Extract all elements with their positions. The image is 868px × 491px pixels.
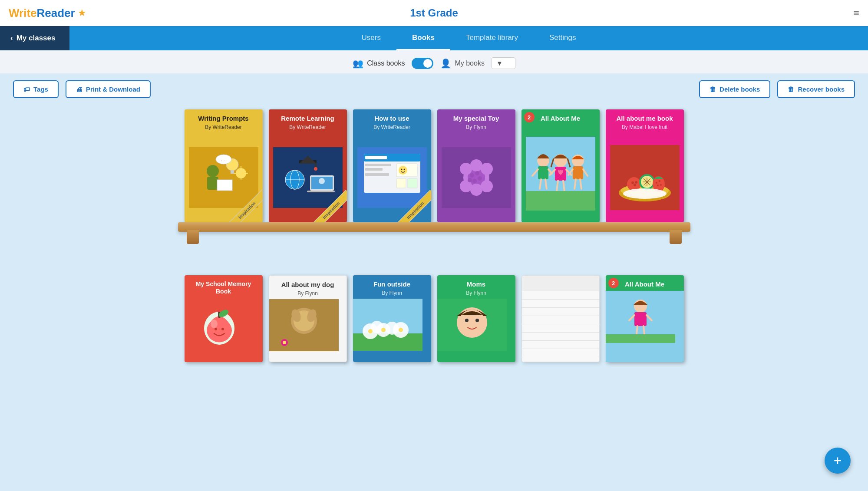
svg-rect-54: [538, 166, 548, 179]
book-all-about-me-2[interactable]: 2 All About Me: [606, 275, 684, 362]
svg-rect-31: [365, 173, 389, 176]
shelf-bracket-right: [670, 230, 682, 244]
svg-point-51: [468, 178, 472, 182]
svg-point-98: [215, 328, 217, 330]
book-top: How to use By WriteReader: [353, 109, 431, 133]
trash-icon: 🗑: [710, 86, 716, 93]
tab-settings[interactable]: Settings: [534, 26, 591, 50]
navbar: ‹ My classes Users Books Template librar…: [0, 26, 868, 50]
badge-2-shelf2: 2: [608, 278, 619, 288]
book-image: Inspiration: [269, 133, 347, 222]
book-all-about-me-1[interactable]: 2 All About Me: [521, 109, 600, 222]
person-icon: 👤: [440, 58, 451, 69]
svg-point-42: [470, 159, 482, 171]
svg-rect-68: [573, 166, 583, 179]
books-row-2: My School Memory Book: [174, 275, 695, 362]
book-writing-prompts[interactable]: Writing Prompts By WriteReader: [185, 109, 263, 222]
svg-point-41: [460, 163, 472, 175]
svg-point-37: [403, 169, 405, 170]
svg-point-50: [472, 179, 477, 183]
hamburger-icon[interactable]: ≡: [853, 7, 859, 19]
svg-point-99: [221, 328, 224, 330]
header: WriteReader ★ 1st Grade ≡: [0, 0, 868, 26]
badge-2: 2: [524, 112, 535, 122]
shelf-wrapper-1: Writing Prompts By WriteReader: [174, 109, 695, 232]
bookshelf-1: [178, 222, 690, 232]
svg-rect-30: [365, 168, 383, 171]
svg-rect-28: [365, 156, 387, 159]
svg-point-78: [634, 184, 636, 186]
svg-point-115: [368, 329, 373, 333]
svg-point-123: [475, 319, 479, 322]
svg-point-17: [314, 167, 317, 171]
section-gap: [0, 245, 868, 271]
svg-point-88: [656, 182, 657, 184]
print-download-button[interactable]: 🖨 Print & Download: [66, 80, 151, 98]
print-icon: 🖨: [76, 86, 83, 93]
toggle-knob: [423, 59, 432, 68]
tags-button[interactable]: 🏷 Tags: [13, 80, 59, 98]
class-books-label: 👥 Class books: [353, 58, 405, 69]
shelf-wrapper-2: My School Memory Book: [174, 275, 695, 362]
book-top: All about me book By Mabel I love fruit: [606, 109, 684, 133]
svg-rect-109: [353, 333, 422, 351]
book-moms[interactable]: Moms By Flynn: [437, 275, 515, 362]
svg-text:...: ...: [221, 157, 225, 162]
books-row-1: Writing Prompts By WriteReader: [174, 109, 695, 222]
book-all-about-me-book[interactable]: All about me book By Mabel I love fruit: [606, 109, 684, 222]
svg-point-92: [623, 188, 667, 199]
view-toggle[interactable]: [412, 58, 433, 69]
nav-myclasses[interactable]: ‹ My classes: [0, 26, 69, 50]
svg-rect-131: [606, 334, 675, 343]
book-image: [521, 125, 600, 222]
svg-point-122: [465, 319, 469, 322]
svg-point-49: [478, 176, 482, 181]
svg-rect-29: [365, 164, 391, 166]
tab-books[interactable]: Books: [396, 26, 450, 50]
svg-point-8: [236, 168, 246, 178]
shelf-section-2: My School Memory Book: [0, 271, 868, 375]
tab-users[interactable]: Users: [346, 26, 396, 50]
svg-point-47: [470, 173, 474, 178]
svg-point-90: [657, 185, 659, 186]
svg-point-43: [481, 163, 493, 175]
recover-books-button[interactable]: 🗑 Recover books: [777, 80, 855, 98]
toggle-row: 👥 Class books 👤 My books ▼: [0, 50, 868, 73]
svg-rect-73: [526, 191, 595, 211]
shelf-bracket-left: [187, 230, 199, 244]
tab-template-library[interactable]: Template library: [450, 26, 534, 50]
svg-point-79: [631, 181, 634, 184]
book-how-to-use[interactable]: How to use By WriteReader: [353, 109, 431, 222]
plus-icon: +: [834, 453, 842, 469]
tag-icon: 🏷: [23, 86, 30, 93]
book-image: Inspiration: [353, 133, 431, 222]
my-books-dropdown[interactable]: ▼: [492, 57, 515, 69]
book-image: [606, 133, 684, 222]
svg-point-36: [401, 169, 402, 170]
logo-write: Write: [9, 7, 37, 20]
svg-point-95: [211, 320, 218, 328]
svg-point-80: [635, 181, 637, 184]
svg-point-44: [481, 180, 493, 192]
svg-point-45: [470, 184, 482, 196]
book-blank[interactable]: [521, 275, 600, 362]
book-top: Writing Prompts By WriteReader: [185, 109, 263, 133]
page-title: 1st Grade: [410, 7, 458, 19]
shelf-section-1: Writing Prompts By WriteReader: [0, 105, 868, 245]
svg-rect-5: [231, 170, 234, 174]
recover-icon: 🗑: [788, 86, 794, 93]
fab-add-button[interactable]: +: [825, 448, 851, 474]
logo-star-icon: ★: [78, 7, 86, 19]
book-remote-learning[interactable]: Remote Learning By WriteReader: [269, 109, 347, 222]
myclasses-label: My classes: [17, 34, 56, 43]
logo: WriteReader ★: [9, 7, 86, 20]
book-my-special-toy[interactable]: My special Toy By Flynn: [437, 109, 515, 222]
book-my-school-memory[interactable]: My School Memory Book: [185, 275, 263, 362]
svg-point-35: [399, 166, 407, 175]
book-all-about-my-dog[interactable]: All about my dog By Flynn: [269, 275, 347, 362]
svg-point-89: [659, 180, 660, 182]
book-fun-outside[interactable]: Fun outside By Flynn: [353, 275, 431, 362]
book-top: My special Toy By Flynn: [437, 109, 515, 133]
delete-books-button[interactable]: 🗑 Delete books: [699, 80, 770, 98]
group-icon: 👥: [353, 58, 363, 69]
